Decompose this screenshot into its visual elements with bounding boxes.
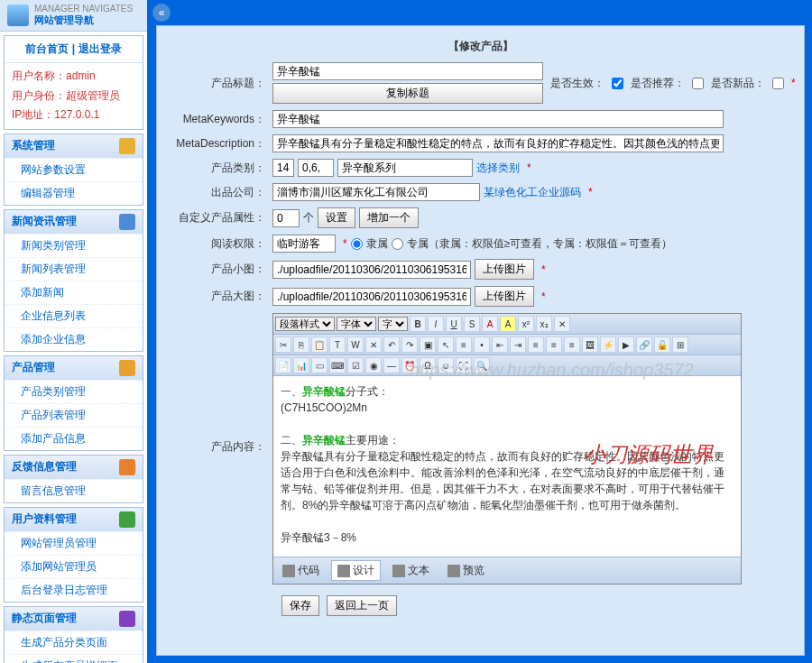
indent-icon[interactable]: ⇥ <box>510 336 526 353</box>
fullscreen-icon[interactable]: ⛶ <box>456 357 472 373</box>
table-icon[interactable]: ⊞ <box>672 336 688 353</box>
align-right-icon[interactable]: ≡ <box>564 336 580 353</box>
undo-icon[interactable]: ↶ <box>383 336 400 353</box>
copy-icon[interactable]: ⎘ <box>293 336 309 353</box>
save-button[interactable]: 保存 <box>281 595 319 616</box>
select-all-icon[interactable]: ▣ <box>420 336 436 353</box>
logout-link[interactable]: 退出登录 <box>78 42 122 55</box>
menu-item[interactable]: 留言信息管理 <box>5 479 143 502</box>
menu-header[interactable]: 产品管理 <box>5 356 143 380</box>
menu-header[interactable]: 反馈信息管理 <box>5 456 143 479</box>
collapse-sidebar-icon[interactable]: « <box>152 4 171 22</box>
cat-id-input[interactable] <box>272 159 294 177</box>
cat-name-input[interactable] <box>337 159 473 177</box>
unlink-icon[interactable]: 🔓 <box>654 336 670 353</box>
underline-icon[interactable]: U <box>446 316 462 332</box>
file-icon[interactable]: 📄 <box>275 357 291 373</box>
menu-item[interactable]: 新闻类别管理 <box>5 234 143 257</box>
link-icon[interactable]: 🔗 <box>636 336 652 353</box>
copy-title-button[interactable]: 复制标题 <box>272 83 543 104</box>
menu-item[interactable]: 生成所有产品详细页面 <box>5 654 143 663</box>
menu-item[interactable]: 添加新闻 <box>5 281 143 304</box>
perm-radio-belong[interactable] <box>351 238 363 250</box>
media-icon[interactable]: ▶ <box>618 336 634 353</box>
form-icon[interactable]: ▭ <box>311 357 328 373</box>
menu-header[interactable]: 静态页面管理 <box>5 607 143 631</box>
emoji-icon[interactable]: ☺ <box>438 357 454 373</box>
mode-preview[interactable]: 预览 <box>441 560 491 581</box>
list-ul-icon[interactable]: • <box>474 336 490 353</box>
permission-input[interactable] <box>272 235 336 253</box>
bg-color-icon[interactable]: A <box>500 316 516 332</box>
flash-icon[interactable]: ⚡ <box>600 336 616 353</box>
editor-body[interactable]: 一、异辛酸锰分子式： (C7H15COO)2Mn 二、异辛酸锰主要用途： 异辛酸… <box>273 376 741 557</box>
hr-icon[interactable]: — <box>383 357 400 373</box>
sup-icon[interactable]: x² <box>518 316 534 332</box>
back-button[interactable]: 返回上一页 <box>327 595 397 616</box>
menu-item[interactable]: 添加产品信息 <box>5 427 143 450</box>
company-input[interactable] <box>272 183 480 201</box>
zoom-icon[interactable]: 🔍 <box>474 357 490 373</box>
list-ol-icon[interactable]: ≡ <box>456 336 472 353</box>
outdent-icon[interactable]: ⇤ <box>492 336 508 353</box>
align-left-icon[interactable]: ≡ <box>528 336 544 353</box>
mode-text[interactable]: 文本 <box>386 560 436 581</box>
mode-code[interactable]: 代码 <box>276 560 326 581</box>
input-icon[interactable]: ⌨ <box>329 357 346 373</box>
clear-format-icon[interactable]: ✕ <box>554 316 570 332</box>
cut-icon[interactable]: ✂ <box>275 336 291 353</box>
perm-radio-exclusive[interactable] <box>392 238 403 250</box>
bigimg-path-input[interactable] <box>272 288 471 306</box>
meta-keywords-input[interactable] <box>272 110 724 128</box>
delete-icon[interactable]: ✕ <box>365 336 382 353</box>
font-color-icon[interactable]: A <box>482 316 498 332</box>
home-link[interactable]: 前台首页 <box>25 42 69 55</box>
menu-item[interactable]: 添加企业信息 <box>5 327 143 351</box>
menu-item[interactable]: 网站管理员管理 <box>5 531 143 555</box>
bold-icon[interactable]: B <box>410 316 426 332</box>
radio-icon[interactable]: ◉ <box>365 357 382 373</box>
paste-word-icon[interactable]: W <box>347 336 364 353</box>
menu-header[interactable]: 用户资料管理 <box>5 508 143 531</box>
menu-item[interactable]: 企业信息列表 <box>5 304 143 327</box>
select-company-link[interactable]: 某绿色化工企业源码 <box>484 185 581 200</box>
italic-icon[interactable]: I <box>428 316 444 332</box>
menu-item[interactable]: 新闻列表管理 <box>5 257 143 281</box>
recommend-checkbox[interactable] <box>692 78 704 89</box>
paste-icon[interactable]: 📋 <box>311 336 328 353</box>
menu-item[interactable]: 后台登录日志管理 <box>5 578 143 602</box>
time-icon[interactable]: ⏰ <box>401 357 418 373</box>
align-center-icon[interactable]: ≡ <box>546 336 562 353</box>
para-style-select[interactable]: 段落样式 <box>275 317 335 331</box>
upload-bigimg-button[interactable]: 上传图片 <box>475 286 534 307</box>
menu-item[interactable]: 生成产品分类页面 <box>5 631 143 654</box>
product-title-input[interactable] <box>272 62 543 80</box>
font-family-select[interactable]: 字体 <box>337 317 376 331</box>
cat-path-input[interactable] <box>298 159 334 177</box>
custom-set-button[interactable]: 设置 <box>318 207 355 228</box>
new-checkbox[interactable] <box>772 78 784 89</box>
effect-checkbox[interactable] <box>612 78 623 89</box>
custom-count-input[interactable] <box>272 209 300 227</box>
menu-header[interactable]: 新闻资讯管理 <box>5 210 143 234</box>
upload-thumb-button[interactable]: 上传图片 <box>475 259 534 280</box>
image-icon[interactable]: 🖼 <box>582 336 598 353</box>
menu-item[interactable]: 添加网站管理员 <box>5 555 143 578</box>
sub-icon[interactable]: x₂ <box>536 316 552 332</box>
menu-item[interactable]: 网站参数设置 <box>5 158 143 181</box>
menu-item[interactable]: 产品类别管理 <box>5 380 143 403</box>
thumb-path-input[interactable] <box>272 261 471 279</box>
mode-design[interactable]: 设计 <box>331 560 381 581</box>
excel-icon[interactable]: 📊 <box>293 357 309 373</box>
redo-icon[interactable]: ↷ <box>401 336 418 353</box>
custom-add-button[interactable]: 增加一个 <box>359 207 419 228</box>
meta-description-input[interactable] <box>272 134 724 152</box>
font-size-select[interactable]: 字 <box>378 317 408 331</box>
select-category-link[interactable]: 选择类别 <box>476 161 520 176</box>
checkbox-icon[interactable]: ☑ <box>347 357 364 373</box>
strike-icon[interactable]: S <box>464 316 480 332</box>
menu-header[interactable]: 系统管理 <box>5 134 143 158</box>
menu-item[interactable]: 产品列表管理 <box>5 403 143 427</box>
menu-item[interactable]: 编辑器管理 <box>5 181 143 205</box>
paste-text-icon[interactable]: T <box>329 336 346 353</box>
